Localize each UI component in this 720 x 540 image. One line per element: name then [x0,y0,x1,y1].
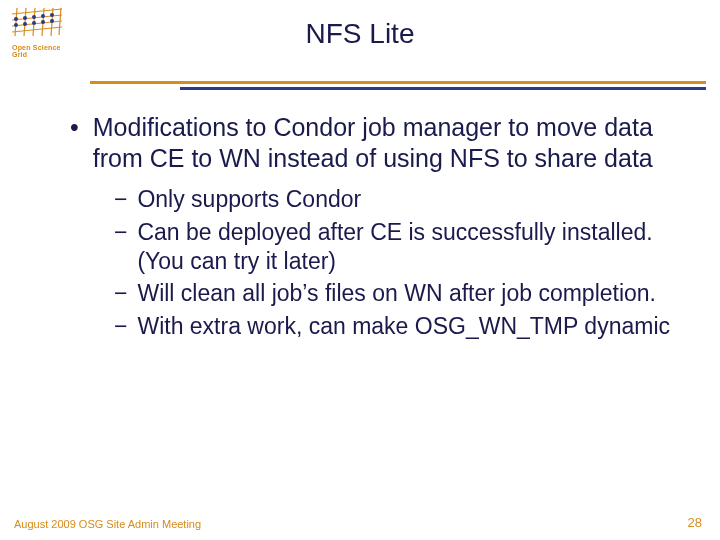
sub-bullet-text: Only supports Condor [137,185,361,214]
svg-point-13 [41,14,45,18]
main-bullet: • Modifications to Condor job manager to… [70,112,670,173]
divider-orange [90,81,706,84]
sub-bullet-list: − Only supports Condor − Can be deployed… [70,185,670,341]
svg-point-17 [32,21,36,25]
svg-line-2 [12,21,62,26]
divider-blue [180,87,706,90]
svg-point-15 [14,23,18,27]
svg-point-10 [14,17,18,21]
sub-bullet-text: Can be deployed after CE is successfully… [137,218,670,276]
svg-point-11 [23,16,27,20]
main-bullet-text: Modifications to Condor job manager to m… [93,112,670,173]
slide-header: Open Science Grid NFS Lite [0,0,720,90]
dash-icon: − [114,185,127,214]
svg-point-19 [50,19,54,23]
bullet-icon: • [70,112,79,173]
svg-line-3 [12,27,62,32]
svg-point-16 [23,22,27,26]
dash-icon: − [114,312,127,341]
sub-bullet: − Only supports Condor [114,185,670,214]
svg-line-0 [12,9,62,14]
slide-number: 28 [688,515,702,530]
slide-title: NFS Lite [0,0,720,50]
svg-point-12 [32,15,36,19]
logo-label: Open Science Grid [12,44,72,58]
dash-icon: − [114,218,127,276]
grid-icon [12,8,62,38]
sub-bullet: − Will clean all job’s files on WN after… [114,279,670,308]
sub-bullet: − With extra work, can make OSG_WN_TMP d… [114,312,670,341]
footer-text: August 2009 OSG Site Admin Meeting [14,518,201,530]
osg-logo: Open Science Grid [12,8,72,58]
dash-icon: − [114,279,127,308]
svg-point-14 [50,13,54,17]
sub-bullet-text: Will clean all job’s files on WN after j… [137,279,656,308]
sub-bullet: − Can be deployed after CE is successful… [114,218,670,276]
svg-line-1 [12,15,62,20]
sub-bullet-text: With extra work, can make OSG_WN_TMP dyn… [137,312,670,341]
svg-point-18 [41,20,45,24]
slide-body: • Modifications to Condor job manager to… [0,90,720,341]
